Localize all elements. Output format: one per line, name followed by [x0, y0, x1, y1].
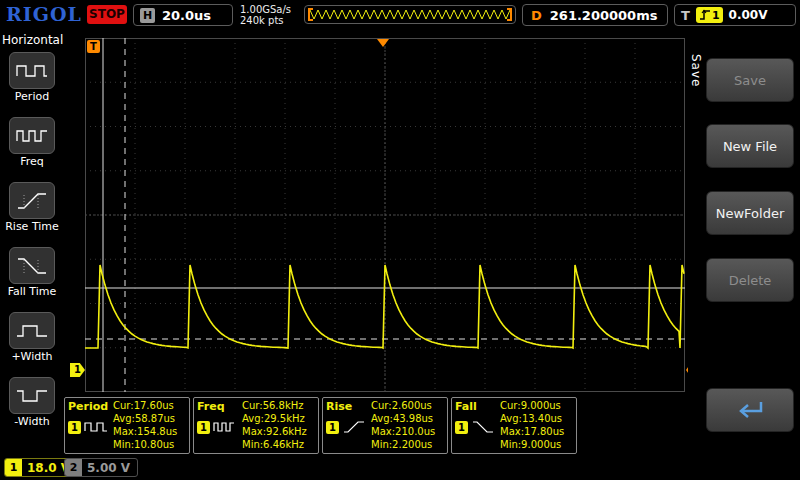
softkey-new-folder[interactable]: NewFolder	[706, 191, 794, 235]
measurement-min: Min:10.80us	[113, 439, 186, 451]
menu-item-freq[interactable]: Freq	[0, 114, 64, 179]
sample-rate: 1.00GSa/s	[240, 4, 291, 15]
measurement-max: Max:210.0us	[371, 426, 444, 438]
menu-item-label: -Width	[14, 416, 49, 428]
timebase-value: 20.0us	[162, 8, 211, 23]
trigger-status: T 1 0.00V	[674, 4, 796, 26]
channel-badge: 1	[68, 421, 81, 434]
menu-item-fall-time[interactable]: Fall Time	[0, 244, 64, 309]
menu-item-minus-width[interactable]: -Width	[0, 374, 64, 439]
minus-width-icon	[9, 377, 55, 414]
menu-item-plus-width[interactable]: +Width	[0, 309, 64, 374]
measurement-avg: Avg:58.87us	[113, 413, 186, 425]
softkey-new-file[interactable]: New File	[706, 124, 794, 168]
measurement-min: Min:2.200us	[371, 439, 444, 451]
softkey-save[interactable]: Save	[706, 58, 794, 102]
trigger-source-badge: 1	[696, 7, 723, 23]
menu-item-label: Period	[15, 91, 49, 103]
measurement-cur: Cur:2.600us	[371, 400, 444, 412]
measurement-name: Fall	[455, 400, 500, 413]
measurement-max: Max:17.80us	[500, 426, 573, 438]
menu-item-rise-time[interactable]: Rise Time	[0, 179, 64, 244]
delay-status: D 261.200000ms	[522, 4, 668, 26]
run-state-badge: STOP	[87, 5, 127, 24]
channel-status-bar: 1 18.0 V 2 5.00 V	[0, 456, 800, 480]
measurement-max: Max:154.8us	[113, 426, 186, 438]
plus-width-icon	[9, 312, 55, 349]
oscilloscope-screen: RIGOL STOP H 20.0us 1.00GSa/s 240k pts D…	[0, 0, 800, 480]
menu-item-label: Fall Time	[8, 286, 57, 298]
delay-value: 261.200000ms	[550, 8, 658, 23]
measure-menu: Horizontal Period Freq Rise Time Fall Ti…	[0, 30, 64, 456]
measurement-name: Freq	[197, 400, 242, 413]
freq-icon	[9, 117, 55, 154]
measurement-cur: Cur:56.8kHz	[242, 400, 315, 412]
freq-meas-icon	[213, 420, 237, 434]
trigger-channel: 1	[712, 9, 720, 22]
measurement-panel: Period 1 Cur:17.60us Avg:58.87us Max:154…	[64, 397, 577, 454]
measurement-avg: Avg:43.98us	[371, 413, 444, 425]
graticule	[85, 38, 685, 392]
channel2-badge: 2	[65, 459, 82, 476]
measurement-name: Period	[68, 400, 113, 413]
rigol-logo: RIGOL	[6, 3, 82, 25]
trigger-position-arrow	[377, 39, 389, 47]
menu-item-label: +Width	[11, 351, 52, 363]
channel2-status[interactable]: 2 5.00 V	[64, 458, 138, 477]
channel-badge: 1	[326, 421, 339, 434]
measurement-avg: Avg:29.5kHz	[242, 413, 315, 425]
menu-item-period[interactable]: Period	[0, 49, 64, 114]
measurement-name: Rise	[326, 400, 371, 413]
measurement-freq: Freq 1 Cur:56.8kHz Avg:29.5kHz Max:92.6k…	[193, 397, 319, 454]
channel-badge: 1	[455, 421, 468, 434]
softkey-delete[interactable]: Delete	[706, 258, 794, 302]
horizontal-status: H 20.0us	[133, 4, 233, 26]
menu-item-label: Rise Time	[5, 221, 59, 233]
softkey-menu: Save Save New File NewFolder Delete	[688, 30, 800, 456]
acquisition-info: 1.00GSa/s 240k pts	[240, 4, 291, 26]
measurement-min: Min:6.46kHz	[242, 439, 315, 451]
menu-item-label: Freq	[20, 156, 44, 168]
rise-time-icon	[9, 182, 55, 219]
measurement-rise: Rise 1 Cur:2.600us Avg:43.98us Max:210.0…	[322, 397, 448, 454]
period-icon	[9, 52, 55, 89]
return-arrow-icon	[732, 397, 768, 423]
fall-time-icon	[9, 247, 55, 284]
waveform-display: T	[85, 38, 685, 392]
channel2-scale: 5.00 V	[87, 461, 130, 475]
channel1-level-marker[interactable]: 1	[70, 363, 85, 377]
rising-slope-icon	[699, 9, 711, 21]
measurement-period: Period 1 Cur:17.60us Avg:58.87us Max:154…	[64, 397, 190, 454]
measurement-min: Min:9.000us	[500, 439, 573, 451]
channel1-badge: 1	[5, 459, 22, 476]
measurement-max: Max:92.6kHz	[242, 426, 315, 438]
period-meas-icon	[84, 420, 108, 434]
t-label: T	[681, 8, 690, 23]
preview-waveform	[306, 7, 514, 22]
trigger-level-value: 0.00V	[729, 8, 768, 22]
memory-depth: 240k pts	[240, 15, 291, 26]
measure-menu-title: Horizontal	[0, 30, 64, 49]
softkey-back[interactable]	[706, 388, 794, 432]
d-label: D	[531, 8, 542, 23]
measurement-cur: Cur:17.60us	[113, 400, 186, 412]
memory-position-preview	[304, 5, 516, 24]
rise-meas-icon	[342, 420, 366, 434]
top-status-bar: RIGOL STOP H 20.0us 1.00GSa/s 240k pts D…	[0, 0, 800, 30]
h-label: H	[140, 8, 155, 23]
channel-badge: 1	[197, 421, 210, 434]
fall-meas-icon	[471, 420, 495, 434]
measurement-cur: Cur:9.000us	[500, 400, 573, 412]
menu-tab-save: Save	[689, 54, 703, 87]
measurement-fall: Fall 1 Cur:9.000us Avg:13.40us Max:17.80…	[451, 397, 577, 454]
measurement-avg: Avg:13.40us	[500, 413, 573, 425]
trigger-offscreen-indicator: T	[87, 40, 100, 53]
